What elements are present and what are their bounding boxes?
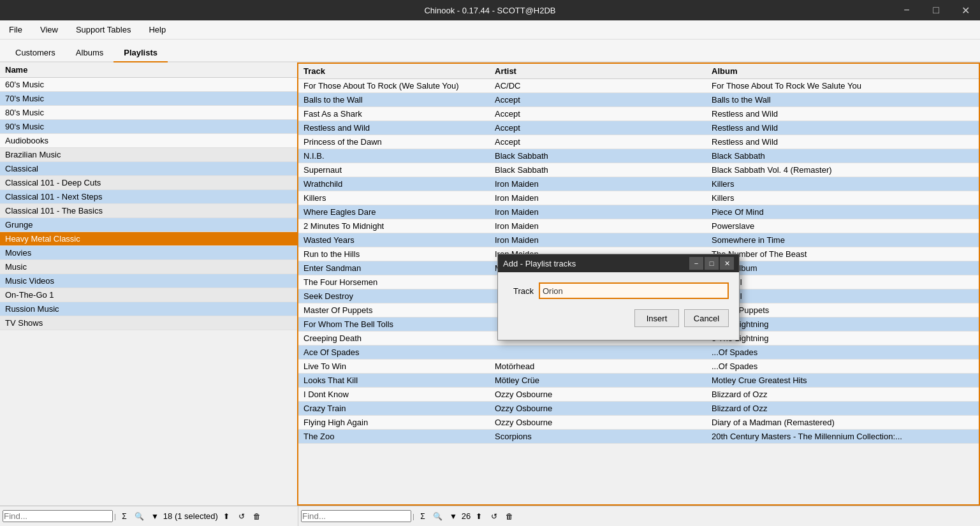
left-filter-icon[interactable]: ▼ [148,509,162,523]
left-panel: Name 60's Music70's Music80's Music90's … [0,62,298,506]
title-bar-buttons: − □ ✕ [892,0,980,20]
right-status-text: 26 [462,511,471,521]
modal-maximize-button[interactable]: □ [705,257,719,270]
modal-insert-button[interactable]: Insert [634,309,679,327]
left-refresh-btn[interactable]: ↺ [235,509,249,523]
table-row[interactable]: Audiobooks [0,134,297,148]
col-track: Track [298,64,490,79]
tab-playlists[interactable]: Playlists [113,44,168,62]
tabs-bar: Customers Albums Playlists [0,40,980,62]
table-row[interactable]: Flying High AgainOzzy OsbourneDiary of a… [298,416,979,430]
table-row[interactable]: On-The-Go 1 [0,288,297,302]
tab-albums[interactable]: Albums [66,44,113,62]
modal-title-buttons: − □ ✕ [689,257,734,270]
table-row[interactable]: WrathchildIron MaidenKillers [298,177,979,191]
right-upload-btn[interactable]: ⬆ [472,509,486,523]
left-table-scroll[interactable]: Name 60's Music70's Music80's Music90's … [0,62,297,506]
bottom-left: | Σ 🔍 ▼ 18 (1 selected) ⬆ ↺ 🗑 [0,506,298,526]
table-row[interactable]: For Those About To Rock (We Salute You)A… [298,79,979,93]
table-row[interactable]: Looks That KillMötley CrüeMotley Crue Gr… [298,374,979,388]
right-find-input[interactable] [301,510,411,522]
table-row[interactable]: Movies [0,246,297,260]
table-row[interactable]: 90's Music [0,120,297,134]
left-table: Name 60's Music70's Music80's Music90's … [0,62,297,330]
table-row[interactable]: Where Eagles DareIron MaidenPiece Of Min… [298,205,979,219]
menu-view[interactable]: View [36,22,62,37]
table-row[interactable]: N.I.B.Black SabbathBlack Sabbath [298,149,979,163]
bottom-right: | Σ 🔍 ▼ 26 ⬆ ↺ 🗑 [298,506,980,526]
table-row[interactable]: Heavy Metal Classic [0,232,297,246]
table-row[interactable]: SupernautBlack SabbathBlack Sabbath Vol.… [298,163,979,177]
col-album: Album [706,64,979,79]
menu-bar: File View Support Tables Help [0,20,980,40]
main-content: Name 60's Music70's Music80's Music90's … [0,62,980,506]
table-row[interactable]: Classical [0,162,297,176]
right-refresh-btn[interactable]: ↺ [487,509,501,523]
right-find-separator: | [413,513,414,520]
modal-track-row: Track [508,282,729,299]
left-sum-btn[interactable]: Σ [117,509,131,523]
table-row[interactable]: Grunge [0,218,297,232]
col-artist: Artist [490,64,706,79]
modal-close-button[interactable]: ✕ [720,257,734,270]
table-row[interactable]: Restless and WildAcceptRestless and Wild [298,121,979,135]
tab-customers[interactable]: Customers [5,44,66,62]
table-row[interactable]: 80's Music [0,106,297,120]
left-search-icon[interactable]: 🔍 [133,509,147,523]
table-row[interactable]: Classical 101 - Deep Cuts [0,176,297,190]
table-row[interactable]: Wasted YearsIron MaidenSomewhere in Time [298,233,979,247]
modal-cancel-button[interactable]: Cancel [684,309,729,327]
modal-body: Track Insert Cancel [498,272,739,340]
bottom-bar: | Σ 🔍 ▼ 18 (1 selected) ⬆ ↺ 🗑 | Σ 🔍 ▼ 26… [0,506,980,526]
close-button[interactable]: ✕ [951,0,980,20]
menu-file[interactable]: File [5,22,26,37]
modal-title-bar: Add - Playlist tracks − □ ✕ [498,254,739,272]
table-row[interactable]: 60's Music [0,78,297,92]
table-row[interactable]: Classical 101 - The Basics [0,204,297,218]
table-row[interactable]: Princess of the DawnAcceptRestless and W… [298,135,979,149]
col-name: Name [0,62,297,78]
table-row[interactable]: Classical 101 - Next Steps [0,190,297,204]
modal-actions: Insert Cancel [508,309,729,330]
maximize-button[interactable]: □ [921,0,951,20]
table-row[interactable]: Live To WinMotörhead...Of Spades [298,360,979,374]
table-row[interactable]: Ace Of Spades...Of Spades [298,346,979,360]
left-delete-btn[interactable]: 🗑 [250,509,264,523]
right-sum-btn[interactable]: Σ [416,509,430,523]
table-row[interactable]: Russion Music [0,302,297,316]
modal-track-label: Track [508,286,534,296]
modal-dialog: Add - Playlist tracks − □ ✕ Track Insert… [497,254,740,340]
right-filter-icon[interactable]: ▼ [446,509,460,523]
table-row[interactable]: I Dont KnowOzzy OsbourneBlizzard of Ozz [298,388,979,402]
table-row[interactable]: Fast As a SharkAcceptRestless and Wild [298,107,979,121]
modal-title: Add - Playlist tracks [503,259,576,268]
menu-help[interactable]: Help [145,22,170,37]
table-row[interactable]: The ZooScorpions20th Century Masters - T… [298,430,979,444]
modal-minimize-button[interactable]: − [689,257,703,270]
table-row[interactable]: Crazy TrainOzzy OsbourneBlizzard of Ozz [298,402,979,416]
table-row[interactable]: Music [0,260,297,274]
left-status-text: 18 (1 selected) [163,511,218,521]
table-row[interactable]: Brazilian Music [0,148,297,162]
table-row[interactable]: 70's Music [0,92,297,106]
left-find-separator: | [114,513,116,520]
menu-support-tables[interactable]: Support Tables [72,22,135,37]
modal-track-input[interactable] [539,282,729,299]
right-delete-btn[interactable]: 🗑 [502,509,516,523]
right-search-icon[interactable]: 🔍 [431,509,445,523]
table-row[interactable]: 2 Minutes To MidnightIron MaidenPowersla… [298,219,979,233]
table-row[interactable]: TV Shows [0,316,297,330]
minimize-button[interactable]: − [892,0,921,20]
table-row[interactable]: Balls to the WallAcceptBalls to the Wall [298,93,979,107]
table-row[interactable]: Music Videos [0,274,297,288]
title-bar: Chinook - 0.17.44 - SCOTT@H2DB − □ ✕ [0,0,980,20]
left-upload-btn[interactable]: ⬆ [219,509,233,523]
table-row[interactable]: KillersIron MaidenKillers [298,191,979,205]
app-title: Chinook - 0.17.44 - SCOTT@H2DB [424,6,555,15]
left-find-input[interactable] [3,510,113,522]
